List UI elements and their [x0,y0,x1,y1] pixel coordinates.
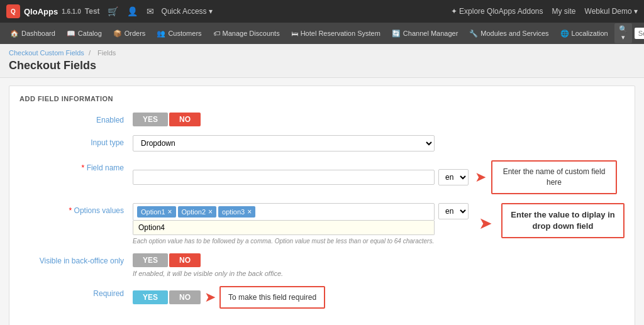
channel-icon: 🔄 [392,30,401,38]
nav-localization-label: Localization [572,30,608,37]
options-arrow: ➤ [479,214,492,233]
search-input[interactable] [635,28,644,39]
field-name-lang-select[interactable]: en [438,169,469,185]
tag-option2: Option2 × [178,206,217,218]
logo-icon: Q [6,4,20,18]
user-icon[interactable]: 👤 [127,6,138,16]
nav-orders[interactable]: 📦 Orders [108,27,151,40]
app-name: QloApps [24,7,58,16]
catalog-icon: 📖 [67,30,75,38]
customers-icon: 👥 [157,30,165,38]
options-values-row: Options values Option1 × Option2 × [19,203,625,245]
options-callout: Enter the value to diplay in drop down f… [501,203,625,238]
discounts-icon: 🏷 [213,30,220,37]
options-text-input[interactable] [138,223,429,232]
quick-access-btn[interactable]: Quick Access ▾ [162,7,213,16]
options-values-label: Options values [19,203,133,215]
breadcrumb-area: Checkout Custom Fields / Fields Checkout… [0,44,644,78]
nav-catalog[interactable]: 📖 Catalog [62,27,107,40]
field-name-input[interactable] [133,170,435,185]
secondary-navigation: 🏠 Dashboard 📖 Catalog 📦 Orders 👥 Custome… [0,23,644,44]
enabled-no-btn[interactable]: NO [169,113,201,126]
nav-catalog-label: Catalog [78,30,102,37]
explore-addons-btn[interactable]: ✦ Explore QloApps Addons [451,7,543,16]
app-version: 1.6.1.0 [62,8,81,15]
hotel-icon: 🛏 [291,30,298,37]
nav-localization[interactable]: 🌐 Localization [555,27,613,40]
field-name-arrow: ➤ [475,169,486,185]
search-area: 🔍▾ ··· [614,23,644,43]
tag-option2-label: Option2 [182,208,206,216]
nav-orders-label: Orders [125,30,146,37]
field-name-row: Field name en ➤ Enter the name of custom… [19,160,625,194]
modules-icon: 🔧 [469,30,478,38]
options-values-control: Option1 × Option2 × option3 × [133,203,625,245]
input-type-select[interactable]: Dropdown Text Checkbox Radio [133,135,435,151]
orders-icon: 📦 [113,30,122,38]
app-logo[interactable]: Q QloApps 1.6.1.0 Test [6,4,100,18]
tag-option2-remove[interactable]: × [208,207,213,216]
options-text-area[interactable] [133,221,435,235]
nav-dashboard[interactable]: 🏠 Dashboard [5,27,60,40]
required-arrow: ➤ [204,289,216,306]
field-name-control: en ➤ Enter the name of custom field here [133,160,625,194]
breadcrumb-separator: / [89,49,92,57]
tag-option1-label: Option1 [141,208,165,216]
nav-modules[interactable]: 🔧 Modules and Services [464,27,553,40]
tag-option3-label: option3 [222,208,245,216]
nav-hotel-reservation[interactable]: 🛏 Hotel Reservation System [286,27,386,40]
top-nav-right: ✦ Explore QloApps Addons My site Webkul … [451,7,638,16]
required-callout: To make this field required [219,286,325,309]
tag-option1-remove[interactable]: × [168,207,172,216]
env-badge: Test [85,7,100,16]
webkul-demo-btn[interactable]: Webkul Demo ▾ [585,7,638,16]
tag-option3: option3 × [218,206,255,218]
main-content: ADD FIELD INFORMATION Enabled YES NO Inp… [0,78,644,325]
breadcrumb: Checkout Custom Fields / Fields [9,49,635,57]
form-card: ADD FIELD INFORMATION Enabled YES NO Inp… [9,85,635,325]
nav-hotel-label: Hotel Reservation System [301,30,380,37]
cart-icon[interactable]: 🛒 [108,6,118,16]
dashboard-icon: 🏠 [10,30,19,38]
localization-icon: 🌐 [560,30,569,38]
required-no-btn[interactable]: NO [169,290,201,304]
nav-icons: 🛒 👤 ✉ [108,6,154,16]
visible-backoffice-note: If enabled, it will be visible only in t… [133,270,625,277]
breadcrumb-checkout-fields[interactable]: Checkout Custom Fields [9,49,84,57]
required-row: Required YES NO ➤ To make this field req… [19,286,625,309]
tag-option3-remove[interactable]: × [247,207,252,216]
visible-backoffice-toggle: YES NO [133,253,625,267]
required-control: YES NO ➤ To make this field required [133,286,625,309]
page-title: Checkout Fields [9,59,635,76]
field-name-label: Field name [19,160,133,172]
mail-icon[interactable]: ✉ [147,6,154,16]
field-name-callout: Enter the name of custom field here [491,160,617,194]
input-type-control: Dropdown Text Checkbox Radio [133,135,625,151]
input-type-label: Input type [19,135,133,147]
required-yes-btn[interactable]: YES [133,290,168,304]
visible-yes-btn[interactable]: YES [133,253,168,267]
options-lang-select[interactable]: en [438,203,469,219]
enabled-toggle: YES NO [133,113,625,126]
visible-backoffice-label: Visible in back-office only [19,253,133,265]
top-navigation: Q QloApps 1.6.1.0 Test 🛒 👤 ✉ Quick Acces… [0,0,644,23]
enabled-yes-btn[interactable]: YES [133,113,168,126]
nav-channel-manager[interactable]: 🔄 Channel Manager [387,27,463,40]
nav-customers-label: Customers [168,30,201,37]
nav-manage-discounts[interactable]: 🏷 Manage Discounts [208,27,285,40]
visible-no-btn[interactable]: NO [169,253,201,267]
my-site-btn[interactable]: My site [552,7,576,16]
nav-modules-label: Modules and Services [480,30,548,37]
nav-customers[interactable]: 👥 Customers [152,27,206,40]
tags-input-area[interactable]: Option1 × Option2 × option3 × [133,203,435,221]
nav-discounts-label: Manage Discounts [223,30,280,37]
tag-option1: Option1 × [137,206,176,218]
options-callout-text: Enter the value to diplay in drop down f… [511,210,614,231]
nav-channel-label: Channel Manager [403,30,458,37]
visible-backoffice-control: YES NO If enabled, it will be visible on… [133,253,625,277]
nav-dashboard-label: Dashboard [21,30,55,37]
search-toggle-btn[interactable]: 🔍▾ [614,23,632,43]
top-nav-left: Q QloApps 1.6.1.0 Test 🛒 👤 ✉ Quick Acces… [6,4,213,18]
required-label: Required [19,286,133,298]
input-type-row: Input type Dropdown Text Checkbox Radio [19,135,625,151]
